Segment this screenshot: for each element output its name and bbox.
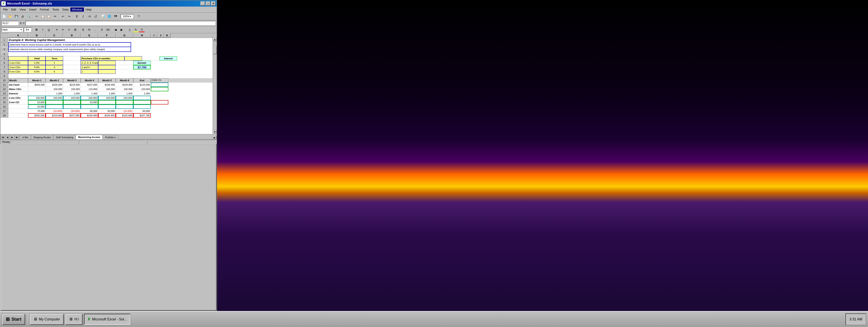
tab-maximizing-income[interactable]: Maximizing Income (75, 135, 102, 139)
row-num-7[interactable]: 7 (0, 65, 8, 69)
cell-reference-box[interactable]: A117 (1, 21, 19, 26)
cell-b16[interactable]: 10,000 (28, 104, 45, 109)
row-num-12[interactable]: 12 (0, 87, 8, 91)
row-num-15[interactable]: 15 (0, 100, 8, 104)
cell-c4[interactable] (45, 52, 63, 56)
cell-b12[interactable] (28, 87, 45, 91)
row-num-1[interactable]: 1 (0, 38, 8, 42)
cell-c8[interactable]: 6 (45, 69, 63, 74)
col-header-k[interactable]: K (164, 33, 170, 38)
cell-c5[interactable]: Term (45, 56, 63, 61)
cell-g18[interactable]: $125,400 (116, 113, 133, 118)
scroll-down-button[interactable]: ▼ (213, 130, 217, 134)
cell-f16[interactable] (98, 104, 116, 109)
cell-a11[interactable]: Init Cash: (8, 83, 28, 87)
cell-g6[interactable] (116, 61, 133, 65)
cell-c6[interactable]: 1 (45, 61, 63, 65)
cell-h16[interactable] (133, 104, 151, 109)
cell-f12[interactable]: 100,000 (98, 87, 116, 91)
cell-h6[interactable]: Earned: (133, 61, 151, 65)
row-num-17[interactable]: 17 (0, 109, 8, 113)
cell-h15[interactable] (133, 100, 151, 104)
border-button[interactable]: ▯ (127, 27, 132, 32)
cell-c17[interactable]: (10,000) (45, 109, 63, 113)
cell-a12[interactable]: Matur CDs: (8, 87, 28, 91)
cell-c16[interactable] (45, 104, 63, 109)
cell-d8[interactable] (63, 69, 81, 74)
zoom-box[interactable]: 100% ▼ (121, 14, 134, 19)
col-header-h[interactable]: H (133, 33, 151, 38)
col-header-f[interactable]: F (98, 33, 116, 38)
align-right-button[interactable]: ≡ (66, 27, 72, 32)
cell-h13[interactable]: 2,300 (133, 91, 151, 96)
cell-a10[interactable]: Month: (8, 78, 28, 83)
size-dropdown-icon[interactable]: ▼ (27, 29, 29, 31)
cell-d11[interactable]: $216,000 (63, 83, 81, 87)
cell-a13[interactable]: Interest: (8, 91, 28, 96)
scroll-thumb[interactable] (213, 45, 217, 54)
row-num-3[interactable]: 3 (0, 47, 8, 52)
row-num-14[interactable]: 14 (0, 96, 8, 100)
format-painter-button[interactable]: ✏ (52, 13, 58, 19)
undo-button[interactable]: ↩ (60, 13, 66, 19)
row-num-10[interactable]: 10 (0, 78, 8, 83)
font-dropdown-icon[interactable]: ▼ (20, 29, 22, 31)
decrease-decimal-button[interactable]: .00 (105, 27, 111, 32)
copy-button[interactable]: 📋 (40, 13, 45, 19)
cell-f8[interactable] (98, 69, 116, 74)
row-num-8[interactable]: 8 (0, 69, 8, 74)
restore-button[interactable]: □ (206, 1, 210, 6)
cell-f14[interactable]: 100,000 (98, 96, 116, 100)
sort-asc-button[interactable]: ↑A (86, 13, 92, 19)
cell-g16[interactable] (116, 104, 133, 109)
cell-e15[interactable]: 10,000 (81, 100, 98, 104)
comma-button[interactable]: , (93, 27, 98, 32)
cell-b10[interactable]: Month 1 (28, 78, 45, 83)
underline-button[interactable]: U (46, 27, 52, 32)
cell-a14[interactable]: 1-mo CDs: (8, 96, 28, 100)
cell-h10[interactable]: End (133, 78, 151, 83)
cell-d7[interactable] (63, 65, 81, 69)
cell-d5[interactable] (63, 56, 81, 61)
cell-g5[interactable] (142, 56, 160, 61)
cell-c14[interactable]: 100,000 (45, 96, 63, 100)
cell-i10[interactable]: Color Co (151, 78, 168, 83)
row-num-9[interactable]: 9 (0, 74, 8, 78)
map-button[interactable]: 🗺 (113, 13, 118, 19)
cell-a7[interactable]: 3-mo CDs: (8, 65, 28, 69)
tab-nav-prev[interactable]: ◀ (5, 135, 10, 139)
cell-b8[interactable]: 9.0% (28, 69, 45, 74)
cell-d4[interactable] (63, 52, 81, 56)
font-color-button[interactable]: A (139, 27, 145, 32)
cell-a2[interactable]: Determine how to invest excess cash in 1… (8, 42, 131, 47)
autosum-button[interactable]: Σ (74, 13, 80, 19)
formula-input[interactable] (25, 21, 216, 26)
cell-c15[interactable] (45, 100, 63, 104)
cell-e8[interactable]: 1 (81, 69, 98, 74)
cell-c12[interactable]: 100,000 (45, 87, 63, 91)
cell-d17[interactable]: (20,000) (63, 109, 81, 113)
help-button[interactable]: ? (136, 13, 142, 19)
row-num-6[interactable]: 6 (0, 61, 8, 65)
decrease-indent-button[interactable]: ◀ (113, 27, 118, 32)
menu-tools[interactable]: Tools (51, 7, 61, 11)
col-header-g[interactable]: G (116, 33, 133, 38)
cell-b13[interactable] (28, 91, 45, 96)
row-num-16[interactable]: 16 (0, 104, 8, 109)
row-num-13[interactable]: 13 (0, 91, 8, 96)
cell-g10[interactable]: Month 6 (116, 78, 133, 83)
cell-e10[interactable]: Month 4 (81, 78, 98, 83)
cell-e18[interactable]: $158,400 (81, 113, 98, 118)
tab-scroll-right[interactable]: ▶ (213, 135, 217, 139)
col-header-b[interactable]: B (28, 33, 45, 38)
cell-e4[interactable] (81, 52, 98, 56)
tab-shipping-routes[interactable]: Shipping Routes (31, 135, 54, 139)
cell-f5[interactable] (124, 56, 142, 61)
cell-f11[interactable]: $158,400 (98, 83, 116, 87)
col-header-c[interactable]: C (45, 33, 63, 38)
cell-h14[interactable] (133, 96, 151, 100)
cell-d18[interactable]: $237,000 (63, 113, 81, 118)
col-header-d[interactable]: D (63, 33, 81, 38)
cell-c13[interactable]: 1,000 (45, 91, 63, 96)
row-num-11[interactable]: 11 (0, 83, 8, 87)
